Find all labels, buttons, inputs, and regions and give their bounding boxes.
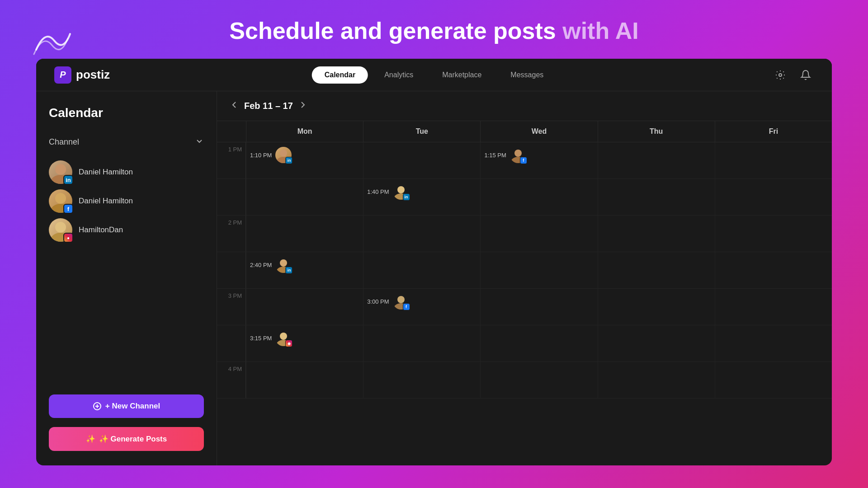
event-time: 1:10 PM	[250, 152, 272, 159]
new-channel-button[interactable]: + New Channel	[49, 394, 204, 418]
time-cell-fri-3[interactable]	[715, 216, 832, 252]
time-cell-fri-4[interactable]	[715, 252, 832, 288]
time-cell-mon-1[interactable]: 1:10 PM in	[246, 142, 363, 178]
plus-circle-icon	[93, 402, 102, 411]
day-header-tue: Tue	[363, 121, 480, 142]
svg-point-0	[779, 74, 782, 76]
time-cell-wed-2[interactable]	[480, 179, 597, 215]
time-cell-tue-6[interactable]	[363, 325, 480, 361]
time-label	[217, 252, 246, 288]
time-cell-fri-1[interactable]	[715, 142, 832, 178]
svg-point-3	[55, 193, 66, 204]
day-header-mon: Mon	[246, 121, 363, 142]
table-row: 3 PM 3:00 PM f	[217, 289, 832, 325]
time-cell-tue-5[interactable]: 3:00 PM f	[363, 289, 480, 325]
event-avatar-wrap: in	[275, 147, 292, 163]
time-cell-wed-6[interactable]	[480, 325, 597, 361]
generate-posts-button[interactable]: ✨ ✨ Generate Posts	[49, 427, 204, 451]
calendar-area: Feb 11 – 17 Mon Tue Wed Thu Fri	[217, 91, 832, 465]
event-avatar-wrap: f	[393, 293, 409, 310]
time-cell-mon-2[interactable]	[246, 179, 363, 215]
time-cell-tue-2[interactable]: 1:40 PM in	[363, 179, 480, 215]
event-chip[interactable]: 1:10 PM in	[250, 147, 292, 163]
channel-item[interactable]: ● HamiltonDan	[49, 218, 204, 242]
event-time: 3:00 PM	[367, 298, 389, 305]
settings-button[interactable]	[772, 67, 788, 83]
time-cell-fri-7[interactable]	[715, 362, 832, 398]
time-cell-tue-7[interactable]	[363, 362, 480, 398]
svg-point-20	[280, 333, 287, 340]
time-cell-thu-6[interactable]	[598, 325, 715, 361]
event-time: 2:40 PM	[250, 262, 272, 268]
time-cell-mon-4[interactable]: 2:40 PM in	[246, 252, 363, 288]
event-chip[interactable]: 3:00 PM f	[367, 293, 409, 310]
time-cell-thu-7[interactable]	[598, 362, 715, 398]
nav-icons	[772, 67, 814, 83]
time-label: 2 PM	[217, 216, 246, 252]
next-week-button[interactable]	[298, 100, 307, 112]
table-row: 3:15 PM ◉	[217, 325, 832, 362]
time-cell-fri-5[interactable]	[715, 289, 832, 325]
tab-analytics[interactable]: Analytics	[372, 66, 426, 84]
event-avatar-wrap: in	[393, 183, 409, 200]
time-cell-mon-5[interactable]	[246, 289, 363, 325]
time-cell-wed-1[interactable]: 1:15 PM f	[480, 142, 597, 178]
gear-icon	[775, 70, 786, 80]
event-chip[interactable]: 3:15 PM ◉	[250, 330, 292, 346]
instagram-event-badge: ◉	[285, 340, 292, 347]
tab-calendar[interactable]: Calendar	[312, 66, 368, 84]
tab-messages[interactable]: Messages	[498, 66, 556, 84]
channel-item[interactable]: in Daniel Hamilton	[49, 160, 204, 184]
channel-name: HamiltonDan	[79, 225, 123, 235]
main-content: Calendar Channel in	[36, 91, 832, 465]
time-cell-wed-5[interactable]	[480, 289, 597, 325]
time-cell-mon-6[interactable]: 3:15 PM ◉	[246, 325, 363, 361]
facebook-badge: f	[63, 204, 73, 214]
time-cell-fri-2[interactable]	[715, 179, 832, 215]
time-label	[217, 325, 246, 361]
time-label: 3 PM	[217, 289, 246, 325]
sidebar: Calendar Channel in	[36, 91, 217, 465]
event-chip[interactable]: 2:40 PM in	[250, 257, 292, 273]
time-cell-thu-3[interactable]	[598, 216, 715, 252]
generate-label: ✨ Generate Posts	[99, 434, 167, 444]
time-label	[217, 179, 246, 215]
tab-marketplace[interactable]: Marketplace	[429, 66, 494, 84]
time-cell-wed-3[interactable]	[480, 216, 597, 252]
svg-point-12	[514, 150, 522, 157]
squiggle-decoration	[32, 25, 72, 56]
channel-name: Daniel Hamilton	[79, 197, 133, 206]
time-cell-thu-2[interactable]	[598, 179, 715, 215]
event-time: 1:40 PM	[367, 188, 389, 195]
time-cell-tue-3[interactable]	[363, 216, 480, 252]
time-cell-tue-1[interactable]	[363, 142, 480, 178]
time-label: 4 PM	[217, 362, 246, 398]
table-row: 4 PM	[217, 362, 832, 399]
table-row: 1:40 PM in	[217, 179, 832, 216]
time-cell-thu-5[interactable]	[598, 289, 715, 325]
nav-tabs: Calendar Analytics Marketplace Messages	[312, 66, 557, 84]
time-cell-wed-7[interactable]	[480, 362, 597, 398]
bell-icon	[800, 70, 811, 80]
notifications-button[interactable]	[797, 67, 814, 83]
page-title: Calendar	[49, 106, 204, 120]
event-chip[interactable]: 1:40 PM in	[367, 183, 409, 200]
facebook-event-badge: f	[520, 157, 527, 164]
linkedin-event-badge: in	[285, 157, 292, 164]
time-cell-fri-6[interactable]	[715, 325, 832, 361]
time-cell-wed-4[interactable]	[480, 252, 597, 288]
prev-week-button[interactable]	[230, 100, 239, 112]
avatar-wrap: ●	[49, 218, 72, 242]
time-cell-mon-7[interactable]	[246, 362, 363, 398]
time-cell-thu-1[interactable]	[598, 142, 715, 178]
event-chip[interactable]: 1:15 PM f	[484, 147, 526, 163]
time-cell-thu-4[interactable]	[598, 252, 715, 288]
channel-selector[interactable]: Channel	[49, 133, 204, 151]
linkedin-event-badge: in	[285, 267, 292, 274]
time-cell-mon-3[interactable]	[246, 216, 363, 252]
channel-item[interactable]: f Daniel Hamilton	[49, 189, 204, 213]
chevron-down-icon	[195, 136, 204, 148]
sparkle-icon: ✨	[86, 434, 95, 444]
calendar-header: Feb 11 – 17	[217, 91, 832, 121]
time-cell-tue-4[interactable]	[363, 252, 480, 288]
